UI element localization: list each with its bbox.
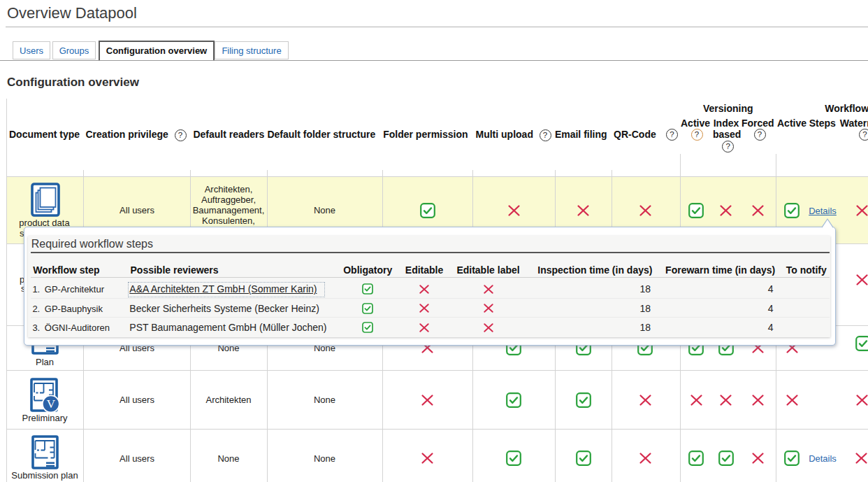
svg-text:V: V (47, 397, 56, 411)
